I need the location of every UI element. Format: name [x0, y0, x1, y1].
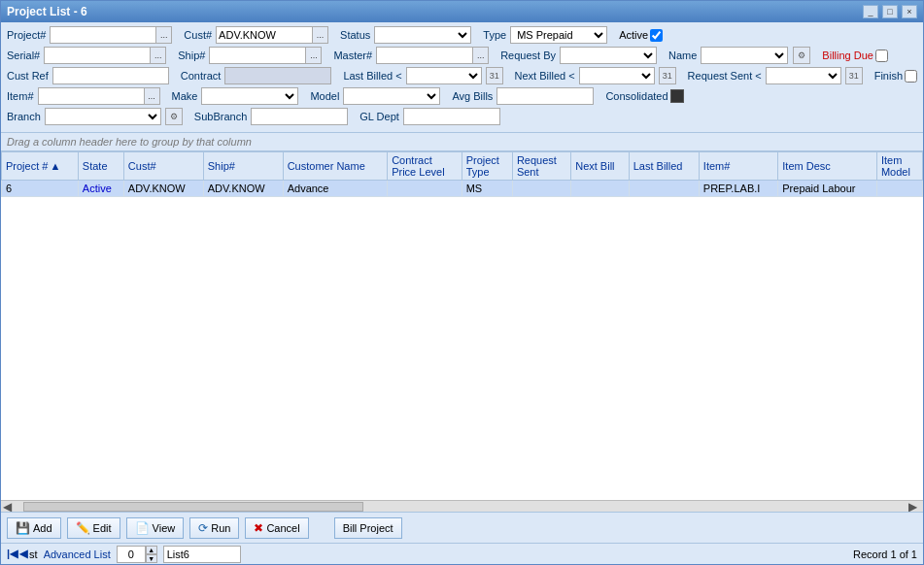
- cust-ref-label: Cust Ref: [7, 70, 49, 82]
- minimize-button[interactable]: _: [863, 5, 878, 18]
- form-row-1: Project# ... Cust# ... Status Type MS Pr…: [7, 26, 917, 44]
- window-title: Project List - 6: [7, 5, 87, 18]
- restore-button[interactable]: □: [882, 5, 898, 18]
- branch-gear-button[interactable]: ⚙: [165, 108, 183, 125]
- request-sent-cal-button[interactable]: 31: [845, 67, 863, 84]
- status-bar: |◀ ◀ st Advanced List ▲ ▼ Record 1 of 1: [1, 543, 923, 564]
- cust-ellipsis-button[interactable]: ...: [313, 26, 328, 44]
- serial-label: Serial#: [7, 50, 40, 61]
- table-row[interactable]: 6 Active ADV.KNOW ADV.KNOW Advance MS PR…: [2, 181, 923, 197]
- last-billed-cal-button[interactable]: 31: [486, 67, 503, 84]
- last-billed-select[interactable]: [406, 67, 482, 84]
- spin-down-button[interactable]: ▼: [146, 554, 157, 563]
- col-last-billed[interactable]: Last Billed: [629, 152, 699, 181]
- data-table-container[interactable]: Project #▲ State Cust# Ship# Customer Na…: [1, 151, 923, 500]
- list-name-input[interactable]: [163, 546, 241, 563]
- ship-label: Ship#: [178, 50, 205, 61]
- filter-form: Project# ... Cust# ... Status Type MS Pr…: [1, 22, 923, 133]
- active-checkbox-label: Active: [619, 29, 663, 42]
- spin-input[interactable]: [117, 546, 146, 563]
- cell-item-desc: Prepaid Labour: [778, 181, 877, 197]
- col-customer-name[interactable]: Customer Name: [283, 152, 387, 181]
- cell-project: 6: [2, 181, 79, 197]
- status-select[interactable]: [374, 26, 471, 44]
- active-checkbox[interactable]: [650, 29, 663, 42]
- nav-first-button[interactable]: |◀: [7, 548, 17, 560]
- status-label: Status: [340, 29, 370, 41]
- item-input-wrap: ...: [38, 87, 160, 105]
- branch-label: Branch: [7, 111, 41, 122]
- bill-project-button[interactable]: Bill Project: [334, 517, 402, 539]
- cell-item-model: [876, 181, 922, 197]
- col-item-model[interactable]: ItemModel: [876, 152, 922, 181]
- col-request-sent[interactable]: RequestSent: [512, 152, 570, 181]
- subbranch-input[interactable]: [251, 108, 348, 125]
- project-input[interactable]: [50, 26, 156, 44]
- nav-arrows: |◀ ◀ st: [7, 548, 38, 560]
- view-button[interactable]: 📄 View: [126, 517, 185, 539]
- col-project-type[interactable]: ProjectType: [462, 152, 512, 181]
- next-billed-select[interactable]: [579, 67, 655, 84]
- edit-icon: ✏️: [76, 521, 90, 535]
- consolidated-label: Consolidated: [605, 89, 683, 103]
- run-button[interactable]: ⟳ Run: [189, 517, 239, 539]
- form-row-3: Cust Ref Contract Last Billed < 31 Next …: [7, 67, 917, 84]
- project-ellipsis-button[interactable]: ...: [156, 26, 172, 44]
- last-billed-label: Last Billed <: [343, 70, 401, 82]
- request-by-select[interactable]: [560, 47, 657, 64]
- add-button[interactable]: 💾 Add: [7, 517, 61, 539]
- form-row-2: Serial# ... Ship# ... Master# ... Reques…: [7, 47, 917, 64]
- contract-label: Contract: [181, 70, 222, 82]
- next-billed-label: Next Billed <: [515, 70, 575, 82]
- scrollbar-area: ◀ ▶: [1, 500, 923, 512]
- gl-dept-input[interactable]: [403, 108, 500, 125]
- ship-ellipsis-button[interactable]: ...: [306, 47, 322, 64]
- item-ellipsis-button[interactable]: ...: [145, 87, 160, 105]
- cancel-button[interactable]: ✖ Cancel: [245, 517, 308, 539]
- col-item[interactable]: Item#: [699, 152, 777, 181]
- edit-button[interactable]: ✏️ Edit: [67, 517, 120, 539]
- branch-select[interactable]: [45, 108, 161, 125]
- nav-label: st: [29, 548, 38, 560]
- horizontal-scrollbar[interactable]: [23, 502, 363, 512]
- type-select[interactable]: MS Prepaid: [510, 26, 607, 44]
- item-label: Item#: [7, 90, 34, 102]
- item-input[interactable]: [38, 87, 145, 105]
- col-project[interactable]: Project #▲: [2, 152, 79, 181]
- name-select[interactable]: [701, 47, 788, 64]
- col-item-desc[interactable]: Item Desc: [778, 152, 877, 181]
- next-billed-cal-button[interactable]: 31: [659, 67, 676, 84]
- serial-input-wrap: ...: [44, 47, 166, 64]
- spin-input-wrap: ▲ ▼: [117, 546, 157, 563]
- master-input[interactable]: [376, 47, 473, 64]
- cust-ref-input[interactable]: [52, 67, 169, 84]
- cell-state: Active: [78, 181, 123, 197]
- master-ellipsis-button[interactable]: ...: [473, 47, 489, 64]
- avg-bills-input[interactable]: [496, 87, 594, 105]
- cust-input[interactable]: [216, 26, 313, 44]
- col-contract-price-level[interactable]: ContractPrice Level: [388, 152, 462, 181]
- model-select[interactable]: [343, 87, 440, 105]
- spin-up-button[interactable]: ▲: [146, 546, 157, 554]
- request-sent-select[interactable]: [766, 67, 841, 84]
- cell-item: PREP.LAB.I: [699, 181, 777, 197]
- close-button[interactable]: ×: [902, 5, 917, 18]
- master-label: Master#: [333, 50, 372, 61]
- make-select[interactable]: [201, 87, 298, 105]
- finish-checkbox[interactable]: [905, 70, 917, 83]
- col-ship[interactable]: Ship#: [203, 152, 283, 181]
- serial-ellipsis-button[interactable]: ...: [151, 47, 166, 64]
- consolidated-checkbox[interactable]: [670, 89, 684, 103]
- request-by-label: Request By: [500, 50, 556, 61]
- run-icon: ⟳: [198, 521, 208, 535]
- cell-ship: ADV.KNOW: [203, 181, 283, 197]
- serial-input[interactable]: [44, 47, 151, 64]
- contract-input[interactable]: [224, 67, 331, 84]
- col-cust[interactable]: Cust#: [123, 152, 203, 181]
- billing-due-checkbox[interactable]: [875, 50, 888, 62]
- ship-input[interactable]: [209, 47, 306, 64]
- col-next-bill[interactable]: Next Bill: [571, 152, 630, 181]
- name-extra-button[interactable]: ⚙: [793, 47, 810, 64]
- col-state[interactable]: State: [78, 152, 123, 181]
- nav-prev-button[interactable]: ◀: [19, 548, 27, 560]
